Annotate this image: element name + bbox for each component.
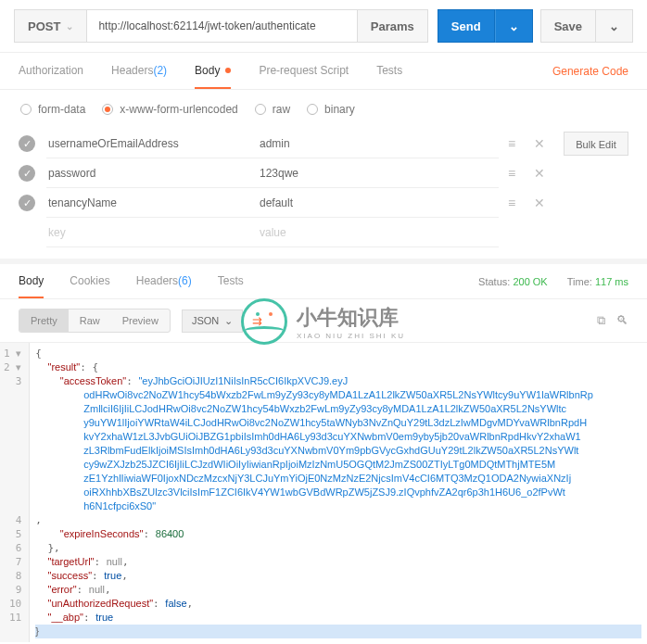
kv-row: ✓ password 123qwe ≡✕ — [19, 158, 628, 188]
response-tab-cookies[interactable]: Cookies — [70, 264, 109, 298]
save-button[interactable]: Save — [540, 9, 596, 43]
tab-body[interactable]: Body — [195, 53, 231, 89]
kv-value-input[interactable]: 123qwe — [260, 158, 499, 188]
radio-form-data[interactable]: form-data — [20, 103, 85, 116]
response-tab-tests[interactable]: Tests — [218, 264, 244, 298]
response-body[interactable]: 1 ▾2 ▾34567891011 { "result": { "accessT… — [0, 343, 647, 642]
copy-icon[interactable]: ⧉ — [597, 313, 605, 328]
view-mode-group: Pretty Raw Preview — [19, 309, 171, 333]
url-input[interactable] — [87, 9, 357, 43]
chevron-down-icon: ⌄ — [66, 21, 73, 32]
row-checkbox[interactable]: ✓ — [19, 195, 35, 211]
view-pretty[interactable]: Pretty — [19, 309, 69, 332]
radio-icon — [20, 104, 32, 115]
radio-icon — [102, 104, 113, 115]
kv-value-input[interactable]: default — [260, 188, 499, 218]
chevron-down-icon: ⌄ — [224, 315, 233, 327]
search-icon[interactable]: 🔍︎ — [616, 313, 628, 328]
view-preview[interactable]: Preview — [111, 309, 170, 332]
http-method-value: POST — [28, 19, 60, 33]
kv-key-input[interactable]: usernameOrEmailAddress — [46, 129, 260, 158]
response-tab-body[interactable]: Body — [19, 264, 44, 298]
wrap-lines-icon[interactable]: ⇉ — [252, 314, 262, 328]
code-content[interactable]: { "result": { "accessToken": "eyJhbGciOi… — [30, 343, 647, 642]
response-tab-headers[interactable]: Headers (6) — [136, 264, 192, 298]
modified-dot-icon — [225, 68, 231, 73]
radio-binary[interactable]: binary — [307, 103, 355, 116]
row-checkbox[interactable]: ✓ — [19, 135, 35, 152]
tab-authorization[interactable]: Authorization — [19, 53, 83, 89]
tab-prerequest[interactable]: Pre-request Script — [259, 53, 349, 89]
delete-row-icon[interactable]: ✕ — [534, 196, 545, 210]
tab-headers[interactable]: Headers (2) — [111, 53, 167, 89]
bulk-edit-button[interactable]: Bulk Edit — [564, 132, 628, 156]
chevron-down-icon: ⌄ — [509, 19, 519, 33]
row-checkbox[interactable]: ✓ — [19, 165, 35, 182]
kv-row: ✓ usernameOrEmailAddress admin ≡✕ Bulk E… — [19, 129, 628, 158]
kv-key-input[interactable]: password — [46, 158, 260, 188]
drag-handle-icon[interactable]: ≡ — [508, 196, 515, 210]
kv-key-input[interactable]: key — [46, 218, 260, 247]
kv-value-input[interactable]: value — [260, 218, 499, 247]
view-raw[interactable]: Raw — [69, 309, 111, 332]
kv-row-empty: key value — [19, 218, 628, 247]
radio-icon — [255, 104, 266, 115]
format-select[interactable]: JSON⌄ — [182, 309, 243, 333]
delete-row-icon[interactable]: ✕ — [534, 166, 545, 181]
line-gutter: 1 ▾2 ▾34567891011 — [0, 343, 30, 642]
radio-urlencoded[interactable]: x-www-form-urlencoded — [102, 103, 237, 116]
send-button[interactable]: Send — [438, 9, 495, 43]
radio-raw[interactable]: raw — [255, 103, 290, 116]
kv-value-input[interactable]: admin — [260, 129, 499, 158]
http-method-select[interactable]: POST ⌄ — [14, 9, 87, 43]
drag-handle-icon[interactable]: ≡ — [508, 166, 515, 181]
kv-key-input[interactable]: tenancyName — [46, 188, 260, 218]
tab-tests[interactable]: Tests — [376, 53, 402, 89]
params-button[interactable]: Params — [358, 9, 428, 43]
chevron-down-icon: ⌄ — [609, 19, 619, 33]
send-dropdown[interactable]: ⌄ — [495, 9, 533, 43]
drag-handle-icon[interactable]: ≡ — [508, 136, 515, 151]
generate-code-link[interactable]: Generate Code — [552, 65, 628, 78]
radio-icon — [307, 104, 318, 115]
save-dropdown[interactable]: ⌄ — [596, 9, 633, 43]
kv-row: ✓ tenancyName default ≡✕ — [19, 188, 628, 218]
delete-row-icon[interactable]: ✕ — [534, 136, 545, 151]
response-status: Status: 200 OK Time: 117 ms — [478, 276, 628, 287]
